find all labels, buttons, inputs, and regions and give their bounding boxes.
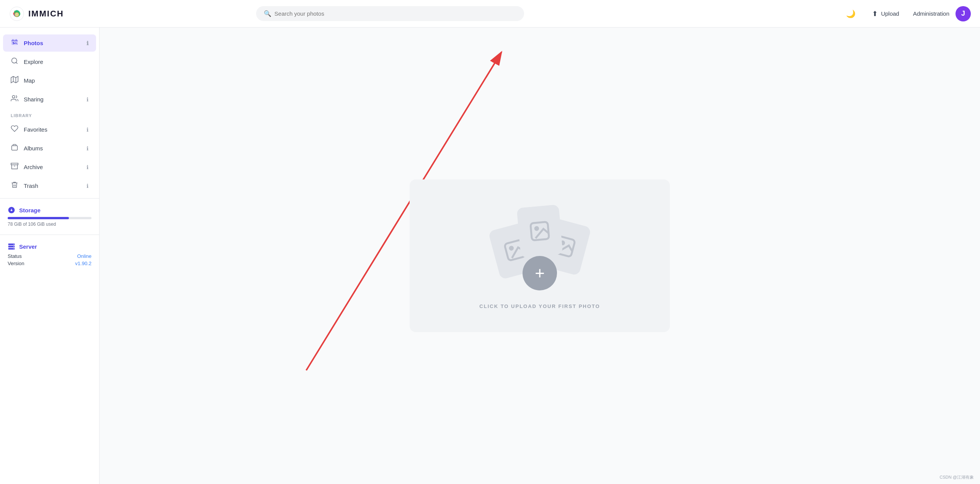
svg-point-24 <box>534 226 539 231</box>
sidebar-item-favorites[interactable]: Favorites ℹ <box>3 121 96 138</box>
favorites-icon <box>11 125 18 134</box>
sidebar-item-photos[interactable]: Photos ℹ <box>3 34 96 52</box>
dark-mode-button[interactable]: 🌙 <box>843 6 858 21</box>
server-status-row: Status Online <box>8 253 91 259</box>
server-status-value: Online <box>77 253 91 259</box>
svg-point-15 <box>13 244 14 245</box>
storage-label: Storage <box>8 206 91 214</box>
svg-rect-10 <box>11 163 18 165</box>
main-content: + CLICK TO UPLOAD YOUR FIRST PHOTO <box>100 28 980 484</box>
sharing-icon <box>11 95 18 104</box>
trash-label: Trash <box>24 183 81 189</box>
archive-label: Archive <box>24 164 81 170</box>
server-version-label: Version <box>8 261 24 266</box>
header: IMMICH 🔍 🌙 ⬆ Upload Administration J <box>0 0 980 28</box>
svg-point-3 <box>13 42 14 43</box>
svg-point-20 <box>508 245 514 251</box>
trash-info-icon: ℹ <box>87 183 88 189</box>
archive-icon <box>11 162 18 172</box>
body: Photos ℹ Explore Map Sharing ℹ LIBRARY <box>0 28 980 484</box>
storage-bar-fill <box>8 217 69 219</box>
storage-usage-text: 78 GiB of 106 GiB used <box>8 222 91 227</box>
archive-info-icon: ℹ <box>87 164 88 170</box>
server-version-row: Version v1.90.2 <box>8 261 91 266</box>
sidebar-item-map[interactable]: Map <box>3 72 96 89</box>
immich-logo-icon <box>9 6 24 21</box>
albums-label: Albums <box>24 145 81 152</box>
administration-button[interactable]: Administration <box>913 10 949 17</box>
sidebar-item-sharing[interactable]: Sharing ℹ <box>3 91 96 108</box>
server-label: Server <box>8 243 91 250</box>
explore-label: Explore <box>24 59 88 65</box>
albums-info-icon: ℹ <box>87 145 88 152</box>
server-status-label: Status <box>8 253 22 259</box>
sidebar-item-archive[interactable]: Archive ℹ <box>3 158 96 176</box>
sharing-info-icon: ℹ <box>87 96 88 103</box>
photos-icon <box>11 38 18 48</box>
favorites-info-icon: ℹ <box>87 127 88 133</box>
search-icon: 🔍 <box>264 10 271 17</box>
search-bar[interactable]: 🔍 <box>256 6 524 21</box>
svg-point-16 <box>13 246 14 247</box>
svg-marker-5 <box>11 77 18 83</box>
storage-bar-background <box>8 217 91 219</box>
map-label: Map <box>24 77 88 84</box>
sidebar: Photos ℹ Explore Map Sharing ℹ LIBRARY <box>0 28 100 484</box>
sharing-label: Sharing <box>24 96 81 103</box>
storage-title: Storage <box>19 207 41 213</box>
svg-rect-9 <box>12 146 18 150</box>
server-section: Server Status Online Version v1.90.2 <box>0 238 99 272</box>
upload-area[interactable]: + CLICK TO UPLOAD YOUR FIRST PHOTO <box>410 179 670 332</box>
sidebar-item-albums[interactable]: Albums ℹ <box>3 140 96 157</box>
logo-area: IMMICH <box>9 6 93 21</box>
watermark: CSDN @江湖有象 <box>940 474 974 480</box>
trash-icon <box>11 181 18 191</box>
sidebar-divider-2 <box>0 235 99 235</box>
photo-cluster: + <box>490 202 590 294</box>
photo-card-top <box>517 204 563 257</box>
search-input[interactable] <box>274 10 516 17</box>
photos-info-icon: ℹ <box>87 40 88 46</box>
svg-rect-2 <box>11 39 18 45</box>
sidebar-divider <box>0 198 99 199</box>
user-avatar[interactable]: J <box>956 6 971 21</box>
sidebar-item-trash[interactable]: Trash ℹ <box>3 177 96 194</box>
favorites-label: Favorites <box>24 126 81 133</box>
storage-section: Storage 78 GiB of 106 GiB used <box>0 202 99 231</box>
logo-text: IMMICH <box>28 9 64 19</box>
library-section-label: LIBRARY <box>0 109 99 120</box>
header-actions: 🌙 ⬆ Upload Administration J <box>843 6 971 21</box>
photos-label: Photos <box>24 40 81 46</box>
add-photo-circle: + <box>523 256 557 290</box>
svg-point-17 <box>13 248 14 249</box>
server-version-value: v1.90.2 <box>75 261 91 266</box>
upload-label: Upload <box>881 10 899 17</box>
server-title: Server <box>19 243 37 250</box>
explore-icon <box>11 57 18 67</box>
upload-caption: CLICK TO UPLOAD YOUR FIRST PHOTO <box>479 303 600 309</box>
sidebar-item-explore[interactable]: Explore <box>3 53 96 70</box>
svg-point-4 <box>12 58 17 63</box>
svg-point-1 <box>15 13 19 16</box>
albums-icon <box>11 143 18 153</box>
svg-point-8 <box>12 96 15 98</box>
map-icon <box>11 76 18 85</box>
upload-button[interactable]: ⬆ Upload <box>864 7 907 21</box>
upload-icon: ⬆ <box>872 10 878 18</box>
